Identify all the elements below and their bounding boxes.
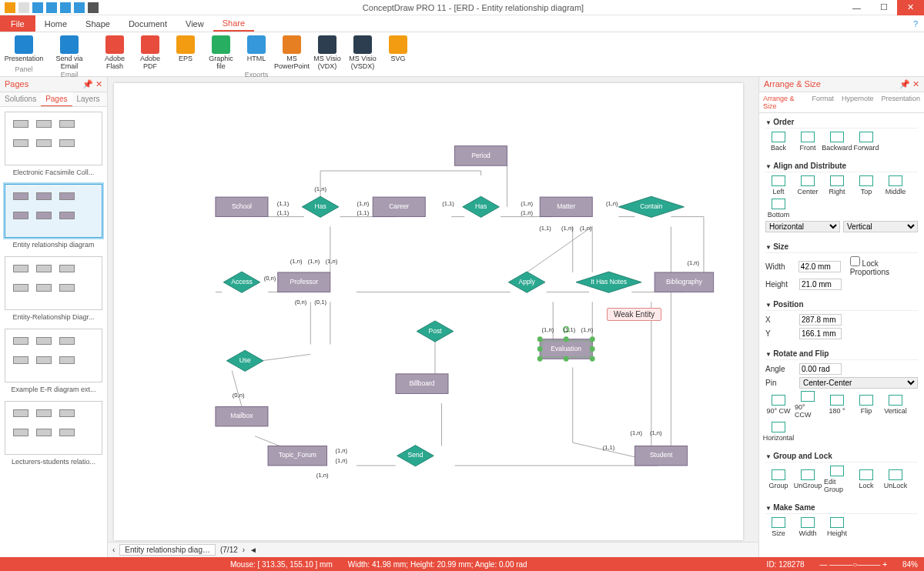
ribbon-ms-powerpoint[interactable]: MS PowerPoint — [276, 35, 308, 71]
rotate-flip[interactable]: Flip — [853, 395, 879, 415]
thumbnail-label: Lecturers-students relatio... — [5, 458, 102, 466]
ribbon-ms-visio-(vsdx)[interactable]: MS Visio (VSDX) — [346, 35, 379, 71]
order-back[interactable]: Back — [765, 132, 792, 152]
subtab-pages[interactable]: Pages — [41, 92, 72, 106]
grouplock-edit-group[interactable]: Edit Group — [824, 466, 850, 493]
grouplock-group[interactable]: Group — [765, 469, 792, 489]
rotate-90°-cw[interactable]: 90° CW — [765, 395, 792, 415]
pin-select[interactable]: Center-Center — [799, 377, 918, 389]
ribbon-graphic-file[interactable]: Graphic file — [205, 35, 237, 71]
page-thumbnail[interactable] — [5, 329, 102, 382]
ribbon-adobe-pdf[interactable]: Adobe PDF — [134, 35, 166, 71]
angle-label: Angle — [765, 365, 796, 373]
save-icon[interactable] — [74, 2, 85, 13]
distribute-v[interactable]: Vertical — [843, 221, 918, 232]
grouplock-lock[interactable]: Lock — [853, 469, 879, 489]
y-input[interactable] — [799, 328, 842, 339]
svg-text:Matter: Matter — [557, 202, 575, 210]
ribbon-adobe-flash[interactable]: Adobe Flash — [99, 35, 131, 71]
pin-icon[interactable]: 📌 ✕ — [82, 79, 102, 89]
section-grouplock[interactable]: Group and Lock — [765, 450, 918, 462]
redo-icon[interactable] — [60, 2, 71, 13]
page-thumbnail[interactable] — [5, 112, 102, 165]
rotate-horizontal[interactable]: Horizontal — [765, 422, 792, 442]
new-icon[interactable] — [18, 2, 29, 13]
open-icon[interactable] — [32, 2, 43, 13]
section-align[interactable]: Align and Distribute — [765, 160, 918, 172]
subtab-arrange[interactable]: Arrange & Size — [759, 92, 808, 112]
align-left[interactable]: Left — [765, 175, 792, 195]
section-size[interactable]: Size — [765, 241, 918, 253]
minimize-button[interactable]: — — [843, 0, 870, 15]
svg-text:Billboard: Billboard — [409, 379, 434, 387]
grouplock-unlock[interactable]: UnLock — [882, 469, 909, 489]
tab-home[interactable]: Home — [35, 15, 76, 32]
tab-scroll-end[interactable]: ◄ — [249, 546, 257, 554]
grouplock-ungroup[interactable]: UnGroup — [795, 469, 821, 489]
subtab-layers[interactable]: Layers — [72, 92, 105, 106]
pages-panel: Pages📌 ✕ Solutions Pages Layers Electron… — [0, 77, 108, 557]
subtab-format[interactable]: Format — [808, 92, 838, 112]
page-thumbnail[interactable] — [5, 256, 102, 310]
section-position[interactable]: Position — [765, 299, 918, 311]
page-thumbnail[interactable] — [5, 401, 102, 455]
section-order[interactable]: Order — [765, 116, 918, 129]
align-right[interactable]: Right — [824, 175, 850, 195]
width-input[interactable] — [798, 261, 841, 272]
svg-text:(1,1): (1,1) — [539, 225, 551, 232]
close-button[interactable]: ✕ — [897, 0, 924, 15]
svg-text:(1,n): (1,n) — [521, 209, 533, 216]
order-forward[interactable]: Forward — [853, 132, 879, 152]
zoom-slider[interactable]: — ———○——— + — [820, 560, 887, 569]
subtab-hypernote[interactable]: Hypernote — [838, 92, 878, 112]
makesame-height[interactable]: Height — [824, 517, 850, 537]
svg-text:(1,n): (1,n) — [290, 258, 303, 265]
lock-proportions[interactable] — [850, 256, 860, 266]
arrange-title: Arrange & Size — [764, 79, 821, 89]
rotate-180-°[interactable]: 180 ° — [824, 395, 850, 415]
undo-icon[interactable] — [46, 2, 57, 13]
align-bottom[interactable]: Bottom — [765, 199, 792, 219]
height-input[interactable] — [799, 279, 842, 290]
tab-scroll-right[interactable]: › — [243, 546, 245, 554]
makesame-size[interactable]: Size — [765, 517, 792, 537]
file-menu[interactable]: File — [0, 15, 35, 32]
tab-shape[interactable]: Shape — [76, 15, 119, 32]
x-input[interactable] — [799, 314, 842, 326]
print-icon[interactable] — [88, 2, 99, 13]
maximize-button[interactable]: ☐ — [870, 0, 897, 15]
align-center[interactable]: Center — [795, 175, 821, 195]
ribbon-send-via-email[interactable]: Send via Email — [53, 35, 85, 71]
angle-input[interactable] — [799, 363, 842, 375]
status-zoom: 84% — [902, 560, 918, 569]
ribbon-html[interactable]: HTML — [240, 35, 273, 71]
ribbon-svg[interactable]: SVG — [382, 35, 414, 71]
current-page-tab[interactable]: Entity relationship diag… — [119, 544, 216, 556]
help-icon[interactable]: ? — [913, 19, 918, 28]
svg-text:(1,n): (1,n) — [630, 429, 642, 436]
pin-icon[interactable]: 📌 ✕ — [899, 79, 919, 89]
diagram-canvas[interactable]: HasHasContainAccessApplyIt Has NotesUseP… — [114, 83, 743, 540]
align-middle[interactable]: Middle — [882, 175, 909, 195]
ribbon-ms-visio-(vdx)[interactable]: MS Visio (VDX) — [311, 35, 343, 71]
svg-text:(1,1): (1,1) — [277, 209, 290, 216]
rotate-vertical[interactable]: Vertical — [882, 395, 909, 415]
makesame-width[interactable]: Width — [795, 517, 821, 537]
ribbon-eps[interactable]: EPS — [169, 35, 202, 71]
section-makesame[interactable]: Make Same — [765, 502, 918, 514]
subtab-presentation[interactable]: Presentation — [877, 92, 924, 112]
align-top[interactable]: Top — [853, 175, 879, 195]
ribbon-presentation[interactable]: Presentation — [8, 35, 40, 63]
tab-share[interactable]: Share — [213, 15, 254, 32]
order-front[interactable]: Front — [795, 132, 821, 152]
svg-text:(1,n): (1,n) — [335, 447, 347, 454]
subtab-solutions[interactable]: Solutions — [0, 92, 41, 106]
tab-document[interactable]: Document — [119, 15, 176, 32]
order-backward[interactable]: Backward — [824, 132, 850, 152]
page-thumbnail[interactable] — [5, 184, 102, 238]
distribute-h[interactable]: Horizontal — [765, 221, 840, 232]
tab-scroll-left[interactable]: ‹ — [112, 546, 115, 554]
tab-view[interactable]: View — [176, 15, 213, 32]
section-rotate[interactable]: Rotate and Flip — [765, 348, 918, 360]
rotate-90°-ccw[interactable]: 90° CCW — [795, 391, 821, 419]
